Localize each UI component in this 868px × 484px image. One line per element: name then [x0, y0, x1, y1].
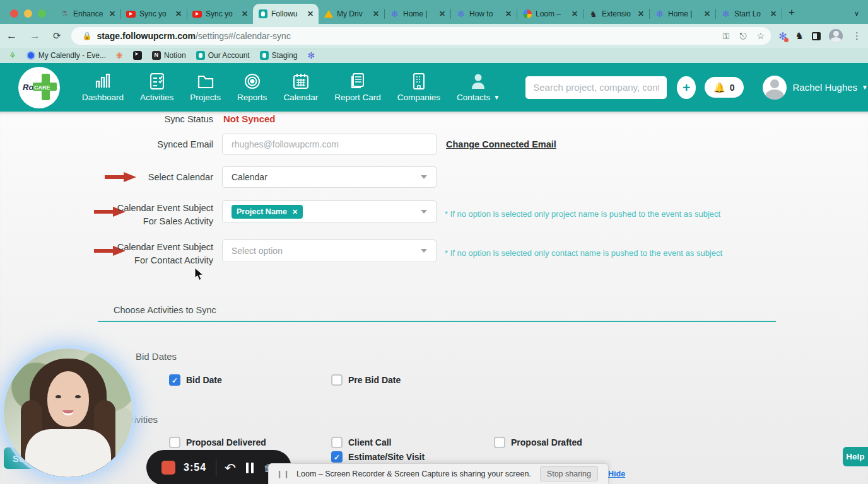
- tab-how-to[interactable]: ✻ How to ✕: [451, 4, 517, 24]
- contact-subject-note: * If no option is selected only contact …: [445, 248, 722, 258]
- mouse-cursor: [194, 267, 205, 281]
- add-new-button[interactable]: +: [677, 76, 696, 99]
- hide-banner-link[interactable]: Hide: [608, 470, 625, 478]
- stop-sharing-button[interactable]: Stop sharing: [540, 466, 598, 481]
- bookmark-hubspot[interactable]: ❋: [114, 51, 126, 60]
- back-button[interactable]: ←: [0, 30, 23, 42]
- browser-tab-bar: ⚗ Enhance ✕ Sync yo ✕ Sync yo ✕ Followu …: [0, 0, 868, 24]
- roofcare-logo[interactable]: Roof CARE: [18, 67, 60, 108]
- close-icon[interactable]: ✕: [770, 9, 777, 18]
- sales-subject-note: * If no option is selected only project …: [445, 209, 720, 219]
- checkbox-estimate-site-visit[interactable]: ✓ Estimate/Site Visit: [331, 451, 425, 463]
- tab-home-2[interactable]: ✻ Home | ✕: [650, 4, 715, 24]
- tab-enhance[interactable]: ⚗ Enhance ✕: [55, 4, 120, 24]
- zoom-window-button[interactable]: [38, 9, 46, 18]
- tab-my-drive[interactable]: My Driv ✕: [319, 4, 384, 24]
- forward-button[interactable]: →: [23, 30, 47, 42]
- bookmark-star-icon[interactable]: ☆: [757, 31, 765, 41]
- bookmark-flower[interactable]: ✻: [305, 50, 317, 60]
- close-icon[interactable]: ✕: [373, 9, 379, 18]
- tab-search-chevron-icon[interactable]: ∨: [854, 9, 868, 24]
- browser-menu-icon[interactable]: ⋮: [851, 30, 868, 42]
- choose-activities-heading: Choose Activities to Sync: [114, 305, 216, 315]
- share-icon[interactable]: ⎋: [740, 31, 747, 42]
- close-icon[interactable]: ✕: [638, 9, 644, 18]
- close-icon[interactable]: ✕: [307, 9, 314, 18]
- bookmark-label: Notion: [164, 51, 186, 60]
- nav-item-activities[interactable]: Activities: [132, 72, 182, 102]
- close-icon[interactable]: ✕: [704, 9, 710, 18]
- tab-sync-video-2[interactable]: Sync yo ✕: [187, 4, 253, 24]
- global-search-input[interactable]: [525, 76, 667, 99]
- checkbox-icon[interactable]: ✓: [169, 437, 180, 448]
- extensions-puzzle-icon[interactable]: ♞: [795, 30, 804, 42]
- tab-home-1[interactable]: ✻ Home | ✕: [385, 4, 450, 24]
- remove-tag-icon[interactable]: ✕: [292, 208, 298, 216]
- help-button[interactable]: Help: [843, 447, 868, 466]
- bookmark-calendly[interactable]: My Calendly - Eve...: [24, 51, 108, 60]
- followup-icon: [260, 51, 269, 60]
- nav-item-companies[interactable]: Companies: [389, 72, 449, 102]
- checkbox-pre-bid-date[interactable]: ✓ Pre Bid Date: [331, 374, 401, 386]
- nav-item-report-card[interactable]: Report Card: [326, 72, 389, 102]
- checkbox-bid-date[interactable]: ✓ Bid Date: [169, 374, 222, 386]
- bookmark-label: Staging: [272, 51, 298, 60]
- tab-followup-active[interactable]: Followu ✕: [253, 4, 319, 24]
- checkbox-icon[interactable]: ✓: [331, 437, 343, 448]
- nav-item-contacts[interactable]: Contacts▼: [449, 72, 508, 102]
- synced-email-input[interactable]: [222, 134, 437, 155]
- tab-sync-video-1[interactable]: Sync yo ✕: [121, 4, 187, 24]
- checkbox-icon[interactable]: ✓: [331, 451, 343, 463]
- checkbox-icon[interactable]: ✓: [494, 437, 505, 448]
- chevron-down-icon: ▼: [493, 94, 500, 101]
- checkbox-icon[interactable]: ✓: [331, 374, 343, 386]
- checkbox-icon[interactable]: ✓: [169, 374, 180, 386]
- sales-subject-dropdown[interactable]: Project Name ✕: [222, 200, 437, 223]
- project-name-tag[interactable]: Project Name ✕: [232, 205, 303, 219]
- flower-extension-icon[interactable]: ✻: [778, 30, 787, 42]
- close-icon[interactable]: ✕: [109, 9, 115, 18]
- side-panel-icon[interactable]: [812, 32, 821, 40]
- close-icon[interactable]: ✕: [505, 9, 512, 18]
- restart-recording-icon[interactable]: ↶: [225, 461, 236, 475]
- checkbox-proposal-drafted[interactable]: ✓ Proposal Drafted: [494, 437, 582, 448]
- bookmark-notion[interactable]: Notion: [150, 51, 189, 60]
- tab-extensions[interactable]: ♞ Extensio ✕: [584, 4, 649, 24]
- bookmark-sprout[interactable]: ⚘: [6, 51, 19, 60]
- url-omnibox[interactable]: 🔒 stage.followupcrm.com /settings#/calen…: [71, 27, 771, 45]
- nav-label: Reports: [237, 93, 267, 102]
- minimize-window-button[interactable]: [24, 9, 32, 18]
- presenter-webcam-bubble[interactable]: [4, 349, 132, 477]
- password-key-icon[interactable]: ⚿: [723, 31, 730, 42]
- pause-recording-button[interactable]: [246, 463, 254, 473]
- bookmark-staging[interactable]: Staging: [257, 51, 300, 60]
- close-icon[interactable]: ✕: [439, 9, 445, 18]
- notifications-button[interactable]: 🔔 0: [705, 77, 744, 98]
- checkbox-proposal-delivered[interactable]: ✓ Proposal Delivered: [169, 437, 266, 448]
- bookmark-our-account[interactable]: Our Account: [194, 51, 252, 60]
- tab-start-loom[interactable]: ✻ Start Lo ✕: [716, 4, 782, 24]
- checkbox-client-call[interactable]: ✓ Client Call: [331, 437, 391, 448]
- close-icon[interactable]: ✕: [175, 9, 182, 18]
- stop-recording-button[interactable]: [161, 461, 175, 475]
- browser-profile-avatar[interactable]: [829, 29, 843, 43]
- user-menu[interactable]: Rachel Hughes ▼: [763, 76, 868, 100]
- calendly-icon: [26, 51, 35, 60]
- tab-label: Sync yo: [139, 9, 172, 18]
- select-calendar-dropdown[interactable]: Calendar: [222, 166, 437, 188]
- lock-icon: 🔒: [83, 32, 92, 40]
- reload-button[interactable]: ⟳: [47, 30, 67, 42]
- contact-subject-dropdown[interactable]: Select option: [222, 239, 437, 262]
- close-icon[interactable]: ✕: [242, 9, 248, 18]
- nav-item-calendar[interactable]: Calendar: [275, 72, 326, 102]
- close-window-button[interactable]: [10, 9, 18, 18]
- nav-item-reports[interactable]: Reports: [229, 72, 275, 102]
- change-connected-email-link[interactable]: Change Connected Email: [446, 139, 556, 149]
- tab-loom[interactable]: Loom – ✕: [517, 4, 583, 24]
- nav-item-dashboard[interactable]: Dashboard: [74, 72, 132, 102]
- bookmark-send[interactable]: [131, 51, 144, 60]
- tab-label: Loom –: [536, 9, 568, 18]
- close-icon[interactable]: ✕: [572, 9, 578, 18]
- nav-item-projects[interactable]: Projects: [182, 72, 229, 102]
- new-tab-button[interactable]: +: [782, 6, 801, 24]
